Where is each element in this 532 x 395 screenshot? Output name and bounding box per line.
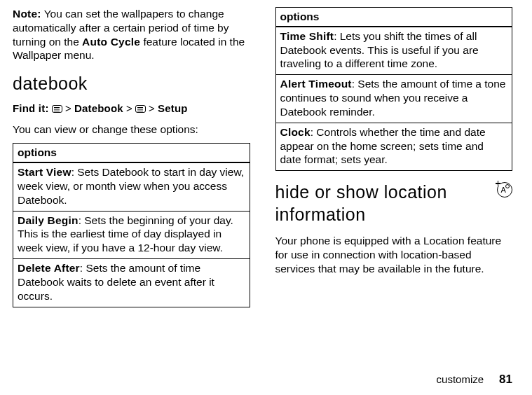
hide-show-heading: hide or show location information <box>275 181 513 226</box>
menu-datebook: Datebook <box>74 102 123 114</box>
auto-cycle-feature: Auto Cycle <box>82 36 140 48</box>
options-table-right: options Time Shift: Lets you shift the t… <box>275 7 513 171</box>
row-title: Daily Begin <box>18 214 79 226</box>
footer-section: customize <box>437 373 484 385</box>
right-column: options Time Shift: Lets you shift the t… <box>275 7 513 307</box>
row-title: Alert Timeout <box>280 78 352 90</box>
menu-icon <box>135 105 146 113</box>
row-body: : Controls whether the time and date app… <box>280 126 486 166</box>
note-label: Note: <box>13 8 41 20</box>
table-row: Time Shift: Lets you shift the times of … <box>275 27 512 75</box>
table-row: Start View: Sets Datebook to start in da… <box>13 162 250 211</box>
sep1: > <box>62 102 74 114</box>
row-title: Clock <box>280 126 311 138</box>
table-row: Delete After: Sets the amount of time Da… <box>13 259 250 307</box>
location-paragraph: Your phone is equipped with a Location f… <box>275 234 513 275</box>
row-title: Time Shift <box>280 30 334 42</box>
hide-show-section: hide or show location information Your p… <box>275 181 513 275</box>
options-header: options <box>275 8 512 27</box>
menu-setup: Setup <box>158 102 188 114</box>
row-title: Delete After <box>18 262 80 274</box>
options-lead: You can view or change these options: <box>13 123 250 137</box>
left-column: Note: You can set the wallpapers to chan… <box>13 7 250 307</box>
find-it-label: Find it: <box>13 102 49 114</box>
page-footer: customize81 <box>437 373 512 387</box>
sep3: > <box>146 102 158 114</box>
datebook-heading: datebook <box>13 72 250 95</box>
row-title: Start View <box>18 166 71 178</box>
menu-icon <box>52 105 62 113</box>
table-row: Alert Timeout: Sets the amount of time a… <box>275 75 512 123</box>
options-header: options <box>13 144 250 162</box>
table-row: Daily Begin: Sets the beginning of your … <box>13 211 250 258</box>
table-row: Clock: Controls whether the time and dat… <box>275 123 512 170</box>
wallpaper-note: Note: You can set the wallpapers to chan… <box>13 7 250 62</box>
sep2: > <box>123 102 135 114</box>
find-it-path: Find it: > Datebook > > Setup <box>13 102 250 115</box>
options-table-left: options Start View: Sets Datebook to sta… <box>13 143 250 307</box>
page-number: 81 <box>499 373 512 386</box>
